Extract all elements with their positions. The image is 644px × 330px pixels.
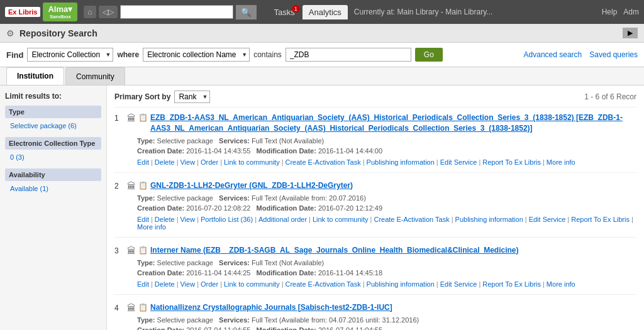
action-report-to-ex-libris[interactable]: Report To Ex Libris [571,216,630,223]
where-label: where [117,50,139,59]
action-edit-service[interactable]: Edit Service [529,216,566,223]
action-sep: | [452,216,453,223]
result-title[interactable]: Nationallizenz Crystallographic Journals… [150,302,392,313]
action-create-e-activation-task[interactable]: Create E-Activation Task [286,158,361,166]
action-sep: | [177,216,179,223]
result-title[interactable]: EZB_ZDB-1-AAS3_NL_American_Antiquarian_S… [150,113,636,134]
sub-nav-title: Repository Search [19,28,97,38]
sidebar-availability-title[interactable]: Availability [5,168,101,181]
results-header: Primary Sort by Rank 1 - 6 of 6 Recor [114,91,636,107]
action-view[interactable]: View [180,216,195,223]
tasks-nav-item[interactable]: Tasks 1 [268,5,301,19]
result-row: 1 🏛 📋 EZB_ZDB-1-AAS3_NL_American_Antiqua… [114,113,636,134]
action-sep: | [197,280,199,288]
action-sep: | [309,216,311,223]
institution-icon: 🏛 [127,113,136,123]
sub-nav-toggle[interactable]: ▶ [623,28,638,38]
action-view[interactable]: View [180,158,195,166]
nav-back-icon[interactable]: ◁▷ [99,6,118,18]
result-actions: Edit | Delete | View | Order | Link to c… [137,158,636,166]
action-sep: | [436,158,438,166]
exlibris-logo: Ex Libris [5,7,40,17]
action-edit[interactable]: Edit [137,158,149,166]
current-location: Currently at: Main Library - Main Librar… [354,8,493,16]
sidebar-ecollection-item-0[interactable]: 0 (3) [5,152,101,162]
sub-nav: ⚙ Repository Search ▶ [0,24,644,43]
action-delete[interactable]: Delete [155,158,175,166]
action-publishing-information[interactable]: Publishing information [367,158,435,166]
institution-icon: 🏛 [127,246,136,256]
home-icon[interactable]: ⌂ [84,6,96,18]
action-sep: | [479,280,480,288]
result-number: 1 [114,114,125,123]
action-sep: | [151,280,153,288]
global-search-button[interactable]: 🔍 [236,5,257,19]
action-edit-service[interactable]: Edit Service [440,158,477,166]
action-additional-order[interactable]: Additional order [258,216,307,223]
result-title[interactable]: GNL-ZDB-1-LLH2-DeGryter (GNL_ZDB-1-LLH2-… [150,180,353,191]
result-meta: Type: Selective package Services: Full T… [137,258,636,278]
action-link-to-community[interactable]: Link to community [224,280,280,288]
action-delete[interactable]: Delete [155,216,175,223]
sidebar-type-item-0[interactable]: Selective package (6) [5,121,101,131]
sort-label: Primary Sort by [114,92,170,101]
contains-label: contains [253,50,282,59]
action-sep: | [177,280,179,288]
sidebar-type-section: Type Selective package (6) [5,106,101,131]
find-label: Find [6,50,23,60]
where-select-wrapper: Electronic collection Name [143,48,250,62]
action-sep: | [543,158,545,166]
action-link-to-community[interactable]: Link to community [313,216,369,223]
action-more-info[interactable]: More info [547,280,575,288]
action-edit[interactable]: Edit [137,280,149,288]
action-more-info[interactable]: More info [137,223,166,231]
action-create-e-activation-task[interactable]: Create E-Activation Task [374,216,449,223]
sidebar-ecollection-title[interactable]: Electronic Collection Type [5,137,101,150]
sidebar-type-title[interactable]: Type [5,106,101,118]
action-sep: | [479,158,480,166]
institution-tab[interactable]: Institution [6,67,64,85]
results-area: Primary Sort by Rank 1 - 6 of 6 Recor 1 … [107,85,644,330]
community-tab[interactable]: Community [65,67,125,85]
action-edit[interactable]: Edit [137,216,149,223]
analytics-nav-item[interactable]: Analytics [303,5,348,19]
action-link-to-community[interactable]: Link to community [224,158,280,166]
action-portfolio-list-36[interactable]: Portfolio List (36) [201,216,253,223]
action-more-info[interactable]: More info [547,158,575,166]
admin-link[interactable]: Adm [623,8,639,16]
action-create-e-activation-task[interactable]: Create E-Activation Task [286,280,361,288]
action-sep: | [370,216,372,223]
action-view[interactable]: View [180,280,195,288]
action-sep: | [197,158,199,166]
where-select[interactable]: Electronic collection Name [143,48,250,62]
saved-queries-link[interactable]: Saved queries [589,50,638,59]
action-order[interactable]: Order [201,158,218,166]
result-row: 4 🏛 📋 Nationallizenz Crystallographic Jo… [114,302,636,313]
action-sep: | [436,280,438,288]
action-edit-service[interactable]: Edit Service [440,280,477,288]
action-publishing-information[interactable]: Publishing information [367,280,435,288]
help-link[interactable]: Help [602,8,618,16]
action-sep: | [255,216,257,223]
sidebar-availability-item-0[interactable]: Available (1) [5,184,101,194]
institution-icon: 🏛 [127,181,136,191]
action-report-to-ex-libris[interactable]: Report To Ex Libris [482,158,541,166]
find-select[interactable]: Electronic Collection [27,48,113,62]
action-publishing-information[interactable]: Publishing information [455,216,523,223]
sort-select[interactable]: Rank [174,91,210,103]
action-sep: | [197,216,199,223]
ecollection-icon: 📋 [138,303,148,312]
action-delete[interactable]: Delete [155,280,175,288]
action-sep: | [567,216,569,223]
search-input[interactable] [286,48,411,62]
advanced-search-link[interactable]: Advanced search [524,50,582,59]
action-order[interactable]: Order [201,280,218,288]
go-button[interactable]: Go [415,48,443,62]
action-sep: | [543,280,545,288]
ecollection-icon: 📋 [138,113,148,122]
result-title[interactable]: Interner Name (EZB__ZDB-1-SAGB_AL_Sage_J… [150,245,519,256]
action-sep: | [282,280,284,288]
action-report-to-ex-libris[interactable]: Report To Ex Libris [482,280,541,288]
institution-icon: 🏛 [127,303,136,313]
global-search-input[interactable] [120,5,233,19]
